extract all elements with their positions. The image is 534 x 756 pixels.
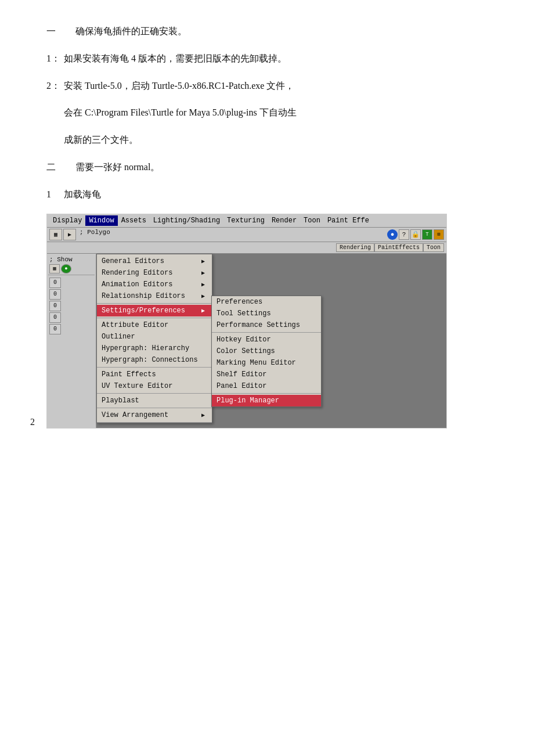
menu-render[interactable]: Render: [268, 215, 300, 226]
menu-paint[interactable]: Paint Effe: [324, 215, 373, 226]
maya-tabs-row: Rendering PaintEffects Toon: [47, 242, 446, 254]
step-2-line2: 会在 C:\Program Files\Turtle for Maya 5.0\…: [46, 105, 499, 121]
sub-panel-editor[interactable]: Panel Editor: [212, 380, 321, 392]
settings-submenu: Preferences Tool Settings Performance Se…: [211, 296, 322, 407]
step-2-text-line3: 成新的三个文件。: [64, 135, 138, 145]
menu-section-4: Paint Effects UV Texture Editor: [97, 368, 212, 394]
sub-plugin-manager[interactable]: Plug-in Manager: [212, 395, 321, 406]
sub-tool-settings[interactable]: Tool Settings: [212, 308, 321, 319]
sub-preferences[interactable]: Preferences: [212, 296, 321, 308]
num-0-3: 0: [49, 301, 61, 311]
show-btn-1[interactable]: ▦: [49, 264, 60, 273]
toolbar-left: ▦ ▶ ; Polygo: [49, 229, 386, 240]
show-section: ; Show ▦ ●: [48, 255, 95, 275]
menu-window[interactable]: Window: [85, 215, 117, 226]
sub-marking-menu[interactable]: Marking Menu Editor: [212, 357, 321, 369]
menu-hypergraph-connections[interactable]: Hypergraph: Connections: [97, 354, 212, 366]
step-2-marker-outside: 2: [30, 417, 35, 427]
step-2-text-line1: 安装 Turtle-5.0，启动 Turtle-5.0-x86.RC1-Patc…: [64, 78, 294, 95]
window-dropdown: General Editors▶ Rendering Editors▶ Anim…: [96, 254, 212, 423]
menu-section-6: View Arrangement▶: [97, 408, 212, 423]
maya-screenshot: Display Window Assets Lighting/Shading T…: [46, 214, 447, 429]
show-btn-2[interactable]: ●: [61, 264, 71, 273]
sub-hotkey-editor[interactable]: Hotkey Editor: [212, 334, 321, 345]
step-2-line3: 成新的三个文件。: [46, 132, 499, 149]
grid-icon[interactable]: ⊞: [434, 229, 444, 240]
step-load: 1 加载海龟: [46, 186, 499, 203]
show-label: ; Show: [49, 256, 93, 263]
menu-relationship-editors[interactable]: Relationship Editors▶: [97, 290, 212, 302]
menu-uv-texture[interactable]: UV Texture Editor: [97, 380, 212, 392]
menu-attribute-editor[interactable]: Attribute Editor: [97, 319, 212, 331]
step-2-marker: 2：: [46, 78, 64, 95]
tab-painteffects[interactable]: PaintEffects: [374, 243, 423, 252]
turtle-icon[interactable]: T: [422, 229, 432, 240]
menu-section-1: General Editors▶ Rendering Editors▶ Anim…: [97, 254, 212, 304]
section-2-marker: 二: [46, 159, 75, 176]
sub-shelf-editor[interactable]: Shelf Editor: [212, 369, 321, 380]
step-2-line1: 2： 安装 Turtle-5.0，启动 Turtle-5.0-x86.RC1-P…: [46, 78, 499, 95]
section-1-text: 确保海龟插件的正确安装。: [75, 23, 187, 40]
step-1: 1： 如果安装有海龟 4 版本的，需要把旧版本的先卸载掉。: [46, 51, 499, 67]
menu-display[interactable]: Display: [49, 215, 85, 226]
num-0-4: 0: [49, 312, 61, 323]
sub-sep-2: [212, 393, 321, 394]
menu-assets[interactable]: Assets: [118, 215, 150, 226]
step-1-marker: 1：: [46, 51, 64, 67]
menu-rendering-editors[interactable]: Rendering Editors▶: [97, 267, 212, 279]
menu-section-3: Attribute Editor Outliner Hypergraph: Hi…: [97, 318, 212, 368]
maya-menubar: Display Window Assets Lighting/Shading T…: [47, 214, 446, 228]
section-2-heading: 二 需要一张好 normal。: [46, 159, 499, 176]
screenshot-container: Display Window Assets Lighting/Shading T…: [46, 214, 499, 429]
menu-hypergraph-hierarchy[interactable]: Hypergraph: Hierarchy: [97, 343, 212, 354]
step-load-text: 加载海龟: [64, 186, 101, 203]
polygo-label: ; Polygo: [80, 229, 110, 240]
lock-icon[interactable]: 🔒: [410, 229, 421, 240]
menu-toon[interactable]: Toon: [300, 215, 324, 226]
question-icon[interactable]: ?: [399, 229, 409, 240]
num-0-1: 0: [49, 278, 61, 288]
tab-rendering[interactable]: Rendering: [336, 243, 374, 252]
sub-sep-1: [212, 332, 321, 333]
menu-lighting[interactable]: Lighting/Shading: [150, 215, 223, 226]
maya-toolbar-row: ▦ ▶ ; Polygo ● ? 🔒 T ⊞: [47, 228, 446, 242]
menu-section-5: Playblast: [97, 394, 212, 408]
circle-icon[interactable]: ●: [387, 229, 398, 240]
tab-toon[interactable]: Toon: [423, 243, 444, 252]
sub-performance-settings[interactable]: Performance Settings: [212, 319, 321, 331]
step-load-marker: 1: [46, 186, 64, 203]
menu-section-2: Settings/Preferences▶: [97, 304, 212, 318]
menu-general-editors[interactable]: General Editors▶: [97, 255, 212, 267]
step-1-text: 如果安装有海龟 4 版本的，需要把旧版本的先卸载掉。: [64, 51, 287, 67]
maya-viewport: General Editors▶ Rendering Editors▶ Anim…: [96, 254, 446, 428]
maya-left-panel: ; Show ▦ ● 0 0 0 0 0: [47, 254, 96, 428]
menu-animation-editors[interactable]: Animation Editors▶: [97, 279, 212, 290]
menu-settings-prefs[interactable]: Settings/Preferences▶: [97, 305, 212, 316]
num-0-5: 0: [49, 324, 61, 334]
maya-main-area: ; Show ▦ ● 0 0 0 0 0: [47, 254, 446, 428]
menu-view-arrangement[interactable]: View Arrangement▶: [97, 409, 212, 421]
show-buttons: ▦ ●: [49, 264, 93, 273]
toolbar-btn-1[interactable]: ▦: [49, 229, 62, 240]
dropdown-overlay: General Editors▶ Rendering Editors▶ Anim…: [96, 254, 446, 428]
menu-texturing[interactable]: Texturing: [223, 215, 268, 226]
num-0-2: 0: [49, 289, 61, 300]
section-1-heading: 一 确保海龟插件的正确安装。: [46, 23, 499, 40]
section-1-marker: 一: [46, 23, 75, 40]
menu-outliner[interactable]: Outliner: [97, 331, 212, 343]
menu-paint-effects[interactable]: Paint Effects: [97, 369, 212, 380]
document-content: 一 确保海龟插件的正确安装。 1： 如果安装有海龟 4 版本的，需要把旧版本的先…: [46, 23, 499, 429]
toolbar-btn-2[interactable]: ▶: [63, 229, 76, 240]
step-2-text-line2: 会在 C:\Program Files\Turtle for Maya 5.0\…: [64, 107, 297, 117]
sub-color-settings[interactable]: Color Settings: [212, 345, 321, 357]
section-2-text: 需要一张好 normal。: [75, 159, 160, 176]
menu-playblast[interactable]: Playblast: [97, 395, 212, 406]
icon-row-right: ● ? 🔒 T ⊞: [387, 229, 444, 240]
tab-row-right: Rendering PaintEffects Toon: [336, 243, 444, 252]
num-col: 0 0 0 0 0: [48, 275, 95, 337]
